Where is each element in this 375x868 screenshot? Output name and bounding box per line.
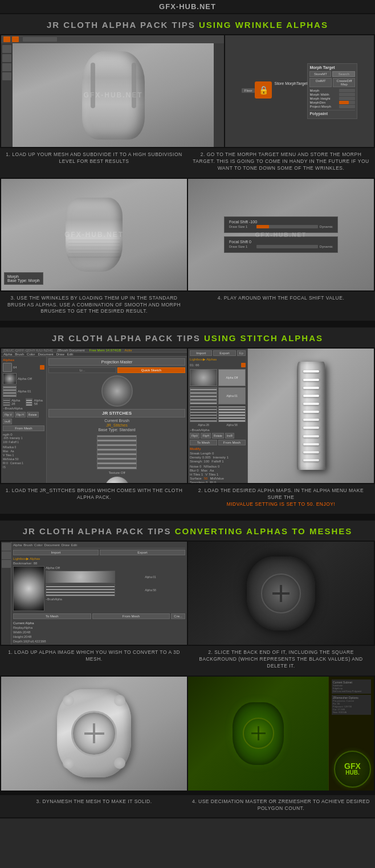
invr-btn[interactable]: InvR [3,419,12,424]
projection-master-btn[interactable]: Projection Master [48,358,185,366]
alpha-grid-off-label: Alpha Off [218,369,246,386]
menu-edit[interactable]: Edit [67,353,73,356]
focal-shift-screenshot: Focal Shift -100 Draw Size 1 Dynamic Foc… [188,179,374,290]
mesh-screenshot-1: GFX-HUB.NET [1,35,224,147]
intensity-label-left: .005 [3,436,9,440]
section2-title: JR CLOTH ALPHA PACK TIPS USING STITCH AL… [0,327,375,347]
morph-height-slider[interactable] [339,97,355,100]
dynamesh-bg [1,677,187,791]
s3-menu-bar: Alpha Brush Color Document Draw Edit [13,543,185,548]
intensity-val: Intensity 1 [10,436,23,440]
zbrush-sim: [DEUC-QXFF-QDHY-IULI-NZHI] ZBrush Docume… [1,349,187,483]
rotate-btn[interactable]: Rotate [27,412,39,417]
s3-main-area: Alpha Brush Color Document Draw Edit Imp… [11,542,187,645]
draw-size-slider[interactable] [256,225,318,228]
morph-dim-slider[interactable] [339,101,355,104]
dynamesh-result [1,677,187,791]
flipv-right[interactable]: FlipV [190,433,199,439]
section1-title: JR CLOTH ALPHA PACK TIPS USING WRINKLE A… [0,14,375,34]
s3-export[interactable]: Export [100,550,185,555]
tool-btn-3[interactable] [2,63,11,71]
s3-replay-alpha: ReplayAlpha [13,626,185,629]
s3-alpha-58-label: Alpha 58 [116,584,185,596]
s3-create-btn[interactable]: Cre... [171,613,185,619]
to-mesh-right[interactable]: To Mesh [190,440,217,445]
s3-sidetool [1,542,11,645]
site-name: GFX-HUB.NET [159,2,216,11]
menu-alpha[interactable]: Alpha [3,353,12,356]
focal-panel-neg: Focal Shift -100 Draw Size 1 Dynamic [224,216,338,233]
s3-from-mesh[interactable]: From Mesh [92,613,170,619]
tool-btn-1[interactable] [2,45,11,53]
vtiles-row: V Tiles 1 [3,453,44,457]
freemem-label: Free Mem 14.974GB [89,349,121,352]
wrinkle-vis-1: Morph Base Type: Morph GFX-HUB.NET [1,179,187,290]
deco-br [114,758,125,769]
jr-stitches-name: JR_Stitches [106,423,127,427]
decimated-result: Current Subnet Subdivide Edgeloop Del Lo… [188,677,374,791]
stitch-mark-2 [303,379,319,381]
stitch-3d-render [248,349,374,483]
quick-sketch-btn[interactable]: Quick Sketch [117,367,185,373]
s3-tool-3[interactable] [2,560,11,568]
ep-btn[interactable]: Ep [237,350,246,356]
import-btn[interactable]: Import [190,350,212,356]
base-type-label: Base Type: Standard [98,428,135,432]
s3-height: Height:2048 [13,635,185,638]
r-btn[interactable] [241,363,246,367]
orange-btn-2[interactable] [12,36,19,42]
s3-to-mesh[interactable]: To Mesh [13,613,91,619]
project-morph-slider[interactable] [339,105,355,108]
body-mesh-visual: GFX-HUB.NET [1,35,224,147]
morph-width-slider[interactable] [339,93,355,96]
zb-top-bar: [DEUC-QXFF-QDHY-IULI-NZHI] ZBrush Docume… [1,349,187,353]
orange-btn-1[interactable] [3,36,10,42]
rotate-right[interactable]: Rotate [212,433,224,439]
caption-3: 3. USE THE WRINKLES BY LOADING THEM UP I… [1,293,187,318]
store-mt-btn[interactable]: StoreMT [309,71,331,77]
menu-color[interactable]: Color [27,353,35,356]
midvalue-row: MidValue 50 [3,457,44,461]
s3-tool-2[interactable] [2,551,11,559]
tool-btn-4[interactable] [2,72,11,80]
export-btn[interactable]: Export [213,350,235,356]
draw-size-slider-2[interactable] [256,245,318,248]
s2-caption-1: 1. LOAD THE JR_STITCHES BRUSH WHICH COME… [1,485,187,510]
focal-vis: Focal Shift -100 Draw Size 1 Dynamic Foc… [188,179,374,290]
s3-left-content: Alpha Brush Color Document Draw Edit Imp… [1,542,187,645]
stitch-mark-5 [303,403,319,405]
morph-slider[interactable] [339,89,355,92]
flipv-btn[interactable]: Flip V [3,412,14,417]
gfx-logo-text1: GFX [344,762,361,770]
s3-import[interactable]: Import [13,550,99,555]
s3-alpha-big [13,566,44,611]
alpha-stitch-panel: Import Export Ep Lightbox▶ Alphas 01: 66… [188,349,374,483]
invr-right[interactable]: InvR [225,433,234,439]
fliph-right[interactable]: FlipH [201,433,211,439]
stitch-mark-9 [303,435,319,437]
del-mt-btn[interactable]: DelMT [309,78,332,87]
stitch-texture-preview [97,435,137,469]
create-diff-btn[interactable]: CreateDiff Map [333,78,355,87]
from-mesh-btn-left[interactable]: From Mesh [3,425,44,431]
light-btn[interactable]: Li... [48,367,116,373]
from-mesh-right[interactable]: From Mesh [218,440,246,445]
falloff-label: 100 [3,440,7,444]
green-cross-h [251,732,266,734]
search-box[interactable]: Search [332,71,355,77]
alpha-58-thumb [26,398,33,406]
floor-label[interactable]: Floor [242,88,255,93]
morph-target-panel: Floor 🔒 Store MorphTarget Morph Target S… [225,35,374,147]
s3-tool-1[interactable] [2,543,11,551]
menu-brush[interactable]: Brush [15,353,24,356]
morph-width-label: Morph Width [309,93,338,96]
s3-alpha-thumb-01 [46,571,115,583]
menu-draw[interactable]: Draw [56,353,64,356]
section-convert: JR CLOTH ALPHA PACK TIPS CONVERTING ALPH… [0,519,375,818]
menu-document[interactable]: Document [38,353,53,356]
fliph-btn[interactable]: Flip H [15,412,26,417]
carved-shape [247,556,315,630]
section3-top-row: Alpha Brush Color Document Draw Edit Imp… [0,541,375,646]
alpha-off-label: Alpha Off [18,377,32,380]
tool-btn-2[interactable] [2,54,11,62]
